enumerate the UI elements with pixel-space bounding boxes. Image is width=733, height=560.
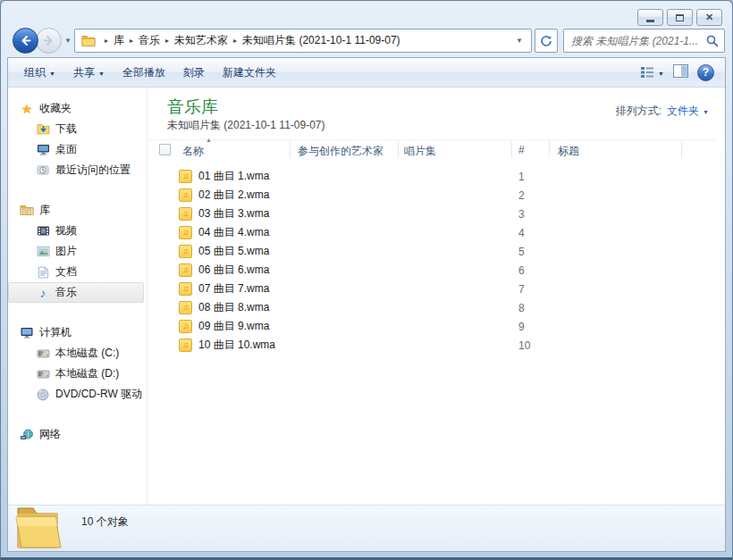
column-separator[interactable] xyxy=(681,141,682,158)
sidebar-label: 视频 xyxy=(55,223,77,238)
file-row[interactable]: ♫ 10 曲目 10.wma 10 xyxy=(148,336,716,355)
column-header-title[interactable]: 标题 xyxy=(558,144,579,159)
audio-file-icon: ♫ xyxy=(179,188,192,202)
breadcrumb-libraries[interactable]: 库 xyxy=(114,33,124,48)
burn-button[interactable]: 刻录 xyxy=(174,61,214,85)
folder-icon xyxy=(81,35,96,46)
sidebar-item-computer[interactable]: 计算机 xyxy=(8,322,147,343)
sidebar-item-dvd-drive[interactable]: DVD/CD-RW 驱动 xyxy=(8,384,147,405)
search-input[interactable] xyxy=(569,34,706,48)
sidebar-item-disk-c[interactable]: 本地磁盘 (C:) xyxy=(8,343,147,364)
file-name: 03 曲目 3.wma xyxy=(198,206,269,221)
breadcrumb-unknown-album[interactable]: 未知唱片集 (2021-10-1 11-09-07) xyxy=(242,33,400,48)
share-button[interactable]: 共享 ▼ xyxy=(64,61,114,85)
new-folder-button[interactable]: 新建文件夹 xyxy=(214,61,285,85)
select-all-checkbox[interactable] xyxy=(159,144,171,155)
minimize-button[interactable] xyxy=(637,9,663,26)
music-note-icon: ♪ xyxy=(36,286,50,300)
track-number: 9 xyxy=(518,321,525,333)
chevron-down-icon: ▼ xyxy=(703,109,709,115)
sidebar-label: 计算机 xyxy=(39,325,72,340)
column-header-name[interactable]: 名称 xyxy=(182,144,204,159)
forward-arrow-icon xyxy=(43,35,55,46)
address-dropdown-icon[interactable]: ▼ xyxy=(511,37,527,45)
audio-file-icon: ♫ xyxy=(179,320,192,333)
column-header-track[interactable]: # xyxy=(518,144,525,156)
column-header-album[interactable]: 唱片集 xyxy=(404,144,436,159)
sidebar-item-pictures[interactable]: 图片 xyxy=(8,241,147,262)
arrange-by-dropdown[interactable]: 文件夹 ▼ xyxy=(667,104,709,119)
folder-large-icon xyxy=(13,503,63,555)
file-row[interactable]: ♫ 05 曲目 5.wma 5 xyxy=(148,242,716,261)
computer-icon xyxy=(20,326,34,340)
forward-button[interactable] xyxy=(36,28,62,54)
column-separator[interactable] xyxy=(398,141,399,158)
library-title: 音乐库 xyxy=(167,96,218,119)
arrange-by-value: 文件夹 xyxy=(667,104,699,119)
file-row[interactable]: ♫ 04 曲目 4.wma 4 xyxy=(148,223,716,242)
address-bar[interactable]: ▸ 库 ▸ 音乐 ▸ 未知艺术家 ▸ 未知唱片集 (2021-10-1 11-0… xyxy=(74,29,532,53)
file-row[interactable]: ♫ 03 曲目 3.wma 3 xyxy=(148,205,716,223)
close-button[interactable]: ✕ xyxy=(696,9,722,26)
column-header-artists[interactable]: 参与创作的艺术家 xyxy=(298,144,383,159)
sidebar-item-desktop[interactable]: 桌面 xyxy=(8,139,147,160)
back-button[interactable] xyxy=(13,28,38,54)
file-row[interactable]: ♫ 01 曲目 1.wma 1 xyxy=(148,167,716,186)
audio-file-icon: ♫ xyxy=(179,263,192,277)
hard-disk-icon xyxy=(36,367,50,381)
preview-pane-icon xyxy=(673,64,688,78)
sidebar-item-favorites[interactable]: ★ 收藏夹 xyxy=(8,98,147,119)
audio-file-icon: ♫ xyxy=(179,226,192,239)
file-row[interactable]: ♫ 09 曲目 9.wma 9 xyxy=(148,317,716,336)
sidebar-item-disk-d[interactable]: 本地磁盘 (D:) xyxy=(8,364,147,384)
file-list-pane: 音乐库 未知唱片集 (2021-10-1 11-09-07) 排列方式: 文件夹… xyxy=(148,88,725,505)
sidebar-label: 文档 xyxy=(55,264,77,280)
track-number: 2 xyxy=(518,189,525,202)
maximize-button[interactable] xyxy=(667,9,693,26)
recent-pages-dropdown[interactable]: ▼ xyxy=(64,37,72,45)
track-number: 6 xyxy=(518,264,525,277)
breadcrumb-separator-icon: ▸ xyxy=(124,37,139,45)
file-row[interactable]: ♫ 07 曲目 7.wma 7 xyxy=(148,280,716,298)
search-icon[interactable] xyxy=(706,35,719,47)
column-separator[interactable] xyxy=(549,141,550,158)
library-subtitle: 未知唱片集 (2021-10-1 11-09-07) xyxy=(167,118,325,133)
minimize-icon xyxy=(646,20,654,22)
play-all-button[interactable]: 全部播放 xyxy=(114,61,174,85)
list-view-icon xyxy=(640,66,654,79)
recent-places-icon xyxy=(36,163,50,178)
videos-icon xyxy=(36,224,50,238)
file-row[interactable]: ♫ 02 曲目 2.wma 2 xyxy=(148,186,716,205)
share-label: 共享 xyxy=(73,65,95,80)
file-row[interactable]: ♫ 08 曲目 8.wma 8 xyxy=(148,298,716,317)
sidebar-item-documents[interactable]: 文档 xyxy=(8,262,147,282)
breadcrumb-separator-icon: ▸ xyxy=(160,37,174,45)
track-number: 5 xyxy=(518,246,525,258)
sidebar-item-downloads[interactable]: 下载 xyxy=(8,119,147,139)
column-separator[interactable] xyxy=(290,141,291,158)
sidebar-item-videos[interactable]: 视频 xyxy=(8,221,147,241)
navigation-pane: ★ 收藏夹 下载 桌面 xyxy=(8,88,147,505)
pictures-icon xyxy=(36,245,50,259)
desktop-icon xyxy=(36,143,50,157)
organize-button[interactable]: 组织 ▼ xyxy=(15,61,64,85)
help-button[interactable]: ? xyxy=(697,64,714,81)
file-name: 07 曲目 7.wma xyxy=(198,281,269,297)
sidebar-item-network[interactable]: 网络 xyxy=(8,424,147,445)
arrange-by-label: 排列方式: xyxy=(616,104,661,119)
track-number: 1 xyxy=(518,171,525,183)
arrange-by: 排列方式: 文件夹 ▼ xyxy=(616,104,709,119)
sidebar-item-libraries[interactable]: 库 xyxy=(8,200,147,221)
command-toolbar: 组织 ▼ 共享 ▼ 全部播放 刻录 新建文件夹 xyxy=(8,58,725,88)
preview-pane-button[interactable] xyxy=(673,64,688,81)
refresh-button[interactable] xyxy=(535,29,558,53)
column-separator[interactable] xyxy=(511,141,512,158)
change-view-button[interactable]: ▼ xyxy=(640,66,664,79)
breadcrumb-music[interactable]: 音乐 xyxy=(139,33,160,48)
breadcrumb-unknown-artist[interactable]: 未知艺术家 xyxy=(174,33,228,48)
sidebar-label: 桌面 xyxy=(55,142,77,157)
file-row[interactable]: ♫ 06 曲目 6.wma 6 xyxy=(148,261,716,280)
column-header-row: ▲ 名称 参与创作的艺术家 唱片集 # 标题 xyxy=(148,139,716,159)
sidebar-item-recent-places[interactable]: 最近访问的位置 xyxy=(8,160,147,180)
sidebar-item-music[interactable]: ♪ 音乐 xyxy=(8,282,144,303)
